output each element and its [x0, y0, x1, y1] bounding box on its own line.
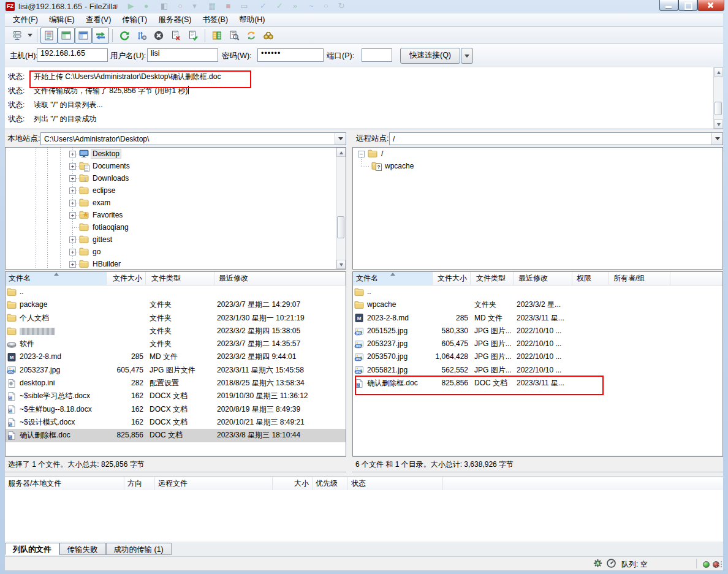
- file-row-2051525.jpg[interactable]: JPG2051525.jpg580,330JPG 图片...2022/10/10…: [353, 325, 722, 338]
- toggle-queue-button[interactable]: [92, 28, 109, 43]
- menu-item-4[interactable]: 服务器(S): [153, 13, 197, 26]
- compare-directories-button[interactable]: [208, 28, 226, 43]
- log-scrollbar[interactable]: [713, 67, 723, 129]
- column-header-1[interactable]: 文件大小: [107, 272, 146, 285]
- local-tree-item-favorites[interactable]: +★Favorites: [6, 209, 346, 221]
- chevron-down-icon[interactable]: [711, 133, 722, 145]
- tree-expander-icon[interactable]: +: [69, 151, 76, 157]
- scroll-up-icon[interactable]: [714, 67, 723, 77]
- tree-expander-icon[interactable]: +: [69, 249, 76, 255]
- local-tree-item-desktop[interactable]: +Desktop: [6, 148, 346, 160]
- username-input[interactable]: lisi: [147, 48, 218, 62]
- file-row-~$设计模式.docx[interactable]: W~$设计模式.docx162DOCX 文档2020/10/21 星期三 8:4…: [6, 416, 346, 429]
- local-tree-item-downloads[interactable]: +↓Downloads: [6, 172, 346, 184]
- menu-item-0[interactable]: 文件(F): [7, 13, 44, 26]
- toggle-remote-tree-button[interactable]: [75, 28, 92, 43]
- local-tree-item-documents[interactable]: +Documents: [6, 160, 346, 172]
- file-row-wpcache[interactable]: wpcache文件夹2023/3/2 星...: [353, 298, 722, 311]
- remote-site-combobox[interactable]: /: [389, 132, 723, 145]
- close-button[interactable]: [697, 0, 724, 11]
- column-header-3[interactable]: 最近修改: [515, 272, 572, 285]
- menu-item-3[interactable]: 传输(T): [116, 13, 153, 26]
- host-input[interactable]: 192.168.1.65: [37, 48, 108, 62]
- queue-column-header-3[interactable]: 大小: [273, 477, 313, 490]
- reconnect-button[interactable]: [184, 28, 202, 43]
- tree-expander-icon[interactable]: +: [69, 175, 76, 182]
- transfer-queue-body[interactable]: [5, 490, 723, 542]
- local-tree-scrollbar[interactable]: [336, 148, 346, 269]
- menu-item-2[interactable]: 查看(V): [80, 13, 117, 26]
- column-header-1[interactable]: 文件大小: [433, 272, 471, 285]
- queue-column-header-2[interactable]: 远程文件: [155, 477, 273, 490]
- file-row-个人文档[interactable]: 个人文档文件夹2023/1/30 星期一 10:21:19: [6, 312, 346, 325]
- maximize-button[interactable]: [678, 0, 697, 11]
- file-row-..[interactable]: ..: [353, 285, 722, 298]
- file-row-2053237.jpg[interactable]: JPG2053237.jpg605,475JPG 图片...2022/10/10…: [353, 338, 722, 350]
- file-row-2053237.jpg[interactable]: JPG2053237.jpg605,475JPG 图片文件2023/3/11 星…: [6, 364, 346, 377]
- file-row-2053570.jpg[interactable]: JPG2053570.jpg1,064,428JPG 图片...2022/10/…: [353, 350, 722, 363]
- speed-gauge-icon[interactable]: [606, 558, 616, 570]
- toggle-message-log-button[interactable]: [40, 28, 58, 43]
- tree-expander-icon[interactable]: +: [69, 212, 76, 219]
- local-tree-item-eclipse[interactable]: +eclipse: [6, 184, 346, 197]
- tree-expander-icon[interactable]: +: [69, 261, 76, 268]
- file-row-2023-2-8.md[interactable]: M2023-2-8.md285MD 文件2023/3/2 星期四 9:44:01: [6, 350, 346, 363]
- queue-column-header-0[interactable]: 服务器/本地文件: [5, 477, 124, 490]
- minimize-button[interactable]: [659, 0, 678, 11]
- queue-column-header-5[interactable]: 状态: [348, 477, 443, 490]
- file-row-软件[interactable]: 软件文件夹2023/3/7 星期二 14:35:57: [6, 338, 346, 350]
- local-tree-item-hbuilder[interactable]: +HBuilder: [6, 258, 346, 270]
- scroll-up-icon[interactable]: [336, 148, 346, 157]
- file-row-package[interactable]: package文件夹2023/3/7 星期二 14:29:07: [6, 298, 346, 311]
- column-header-5[interactable]: 所有者/组: [610, 272, 670, 285]
- file-row-desktop.ini[interactable]: desktop.ini282配置设置2018/8/25 星期六 13:58:34: [6, 377, 346, 390]
- file-row-确认删除框.doc[interactable]: W确认删除框.doc825,856DOC 文档2023/3/8 星期三 18:1…: [6, 429, 346, 442]
- file-row-~$生鲜bug--8.18.docx[interactable]: W~$生鲜bug--8.18.docx162DOCX 文档2020/8/19 星…: [6, 403, 346, 416]
- port-input[interactable]: [362, 48, 392, 62]
- remote-tree-item-wpcache[interactable]: ?wpcache: [353, 160, 722, 172]
- tab-0[interactable]: 列队的文件: [5, 543, 59, 555]
- synchronized-browsing-button[interactable]: [243, 28, 260, 43]
- local-tree-item-exam[interactable]: +exam: [6, 197, 346, 209]
- refresh-button[interactable]: [116, 28, 133, 43]
- scrollbar-thumb[interactable]: [715, 102, 722, 115]
- quickconnect-button[interactable]: 快速连接(Q): [400, 48, 460, 64]
- tree-expander-icon[interactable]: −: [358, 151, 365, 157]
- scrollbar-thumb[interactable]: [337, 216, 344, 238]
- disconnect-button[interactable]: [167, 28, 184, 43]
- cancel-button[interactable]: [150, 28, 167, 43]
- column-header-3[interactable]: 最近修改: [216, 272, 346, 285]
- menu-item-1[interactable]: 编辑(E): [44, 13, 80, 26]
- file-row-确认删除框.doc[interactable]: W确认删除框.doc825,856DOC 文档2023/3/11 星...: [353, 377, 722, 390]
- toggle-local-tree-button[interactable]: [58, 28, 75, 43]
- process-queue-button[interactable]: [133, 28, 150, 43]
- local-tree-item-fotiaoqiang[interactable]: fotiaoqiang: [6, 221, 346, 233]
- file-row-..[interactable]: ..: [6, 285, 346, 298]
- autoupdate-gear-icon[interactable]: A: [593, 558, 603, 570]
- filter-button[interactable]: [260, 28, 277, 43]
- quickconnect-dropdown[interactable]: [461, 48, 473, 64]
- queue-column-header-1[interactable]: 方向: [124, 477, 155, 490]
- password-input[interactable]: ••••••: [257, 48, 324, 62]
- site-manager-button[interactable]: [9, 28, 26, 43]
- local-tree-item-go[interactable]: +go: [6, 246, 346, 258]
- column-header-4[interactable]: 权限: [574, 272, 609, 285]
- tree-expander-icon[interactable]: +: [69, 200, 76, 206]
- tree-expander-icon[interactable]: +: [69, 163, 76, 170]
- menu-item-6[interactable]: 帮助(H): [233, 13, 270, 26]
- column-header-0[interactable]: 文件名: [6, 272, 107, 285]
- file-row-2055821.jpg[interactable]: JPG2055821.jpg562,552JPG 图片...2022/10/10…: [353, 364, 722, 377]
- queue-column-header-4[interactable]: 优先级: [313, 477, 348, 490]
- local-tree-item-gittest[interactable]: +gittest: [6, 233, 346, 246]
- site-manager-dropdown[interactable]: [26, 28, 34, 43]
- scroll-down-icon[interactable]: [714, 119, 723, 129]
- file-row-2023-2-8.md[interactable]: M2023-2-8.md285MD 文件2023/3/11 星...: [353, 312, 722, 325]
- chevron-down-icon[interactable]: [335, 133, 346, 145]
- tab-2[interactable]: 成功的传输 (1): [106, 543, 172, 555]
- file-search-button[interactable]: [226, 28, 243, 43]
- column-header-2[interactable]: 文件类型: [148, 272, 214, 285]
- file-row-redacted[interactable]: 文件夹2023/3/2 星期四 15:38:05: [6, 325, 346, 338]
- tree-expander-icon[interactable]: +: [69, 187, 76, 194]
- tree-expander-icon[interactable]: +: [69, 236, 76, 243]
- tab-1[interactable]: 传输失败: [59, 543, 106, 555]
